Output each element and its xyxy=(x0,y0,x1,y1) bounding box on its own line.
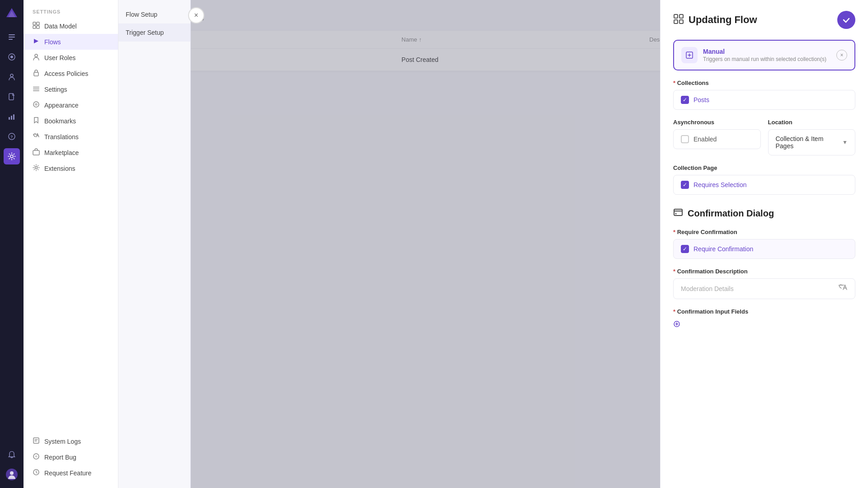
require-confirmation-box[interactable]: ✓ Require Confirmation xyxy=(673,239,855,259)
svg-point-16 xyxy=(10,471,14,475)
svg-rect-3 xyxy=(9,37,15,38)
async-checkbox[interactable] xyxy=(681,135,689,143)
posts-checkbox[interactable]: ✓ xyxy=(681,96,689,104)
collection-page-section: Collection Page ✓ Requires Selection xyxy=(673,164,855,195)
app-logo[interactable] xyxy=(4,5,20,22)
nav-data-icon[interactable] xyxy=(4,49,20,65)
request-feature-icon xyxy=(33,469,40,477)
translate-icon[interactable] xyxy=(839,284,848,293)
collection-name: Posts xyxy=(693,96,709,103)
sidebar-item-user-roles[interactable]: User Roles xyxy=(24,50,118,66)
flows-icon xyxy=(33,38,40,46)
sidebar-item-label: Flows xyxy=(44,38,61,46)
confirmation-desc-placeholder: Moderation Details xyxy=(681,285,734,292)
svg-rect-22 xyxy=(34,72,38,76)
sidebar-item-settings[interactable]: Settings xyxy=(24,81,118,97)
svg-rect-18 xyxy=(37,22,39,25)
sidebar-breadcrumb: Settings xyxy=(24,7,118,18)
trigger-card-title: Manual xyxy=(703,48,831,55)
sidebar-item-request-feature[interactable]: Request Feature xyxy=(24,465,118,481)
overlay: × Flow Setup Trigger Setup xyxy=(118,0,868,488)
nav-content-icon[interactable] xyxy=(4,29,20,45)
report-bug-icon xyxy=(33,453,40,461)
bookmarks-icon xyxy=(33,117,40,125)
nav-docs-icon[interactable]: ? xyxy=(4,128,20,145)
location-dropdown[interactable]: Collection & Item Pages ▼ xyxy=(768,129,856,155)
tab-flow-setup[interactable]: Flow Setup xyxy=(118,5,190,23)
svg-rect-10 xyxy=(11,116,12,120)
sidebar-item-label: Report Bug xyxy=(44,454,76,461)
require-confirmation-block: Require Confirmation ✓ Require Confirmat… xyxy=(673,229,855,259)
svg-point-6 xyxy=(10,56,13,58)
icon-bar: ? xyxy=(0,0,24,488)
trigger-card-close-button[interactable]: × xyxy=(836,50,847,61)
requires-selection-label: Requires Selection xyxy=(693,181,747,188)
confirmation-dialog-title: Confirmation Dialog xyxy=(673,207,855,220)
svg-point-27 xyxy=(35,103,38,106)
sidebar-item-report-bug[interactable]: Report Bug xyxy=(24,449,118,465)
collection-page-label: Collection Page xyxy=(673,164,855,171)
panel-title-text: Updating Flow xyxy=(689,14,757,26)
nav-insights-icon[interactable] xyxy=(4,108,20,125)
sidebar-item-bookmarks[interactable]: Bookmarks xyxy=(24,113,118,129)
svg-rect-28 xyxy=(33,150,39,155)
require-confirmation-checkbox[interactable]: ✓ xyxy=(681,245,689,253)
svg-rect-23 xyxy=(33,87,39,88)
sidebar-item-label: Translations xyxy=(44,133,79,141)
close-button[interactable]: × xyxy=(188,7,204,23)
async-label: Asynchronous xyxy=(673,119,761,126)
svg-point-7 xyxy=(10,74,13,77)
svg-rect-35 xyxy=(679,14,683,18)
confirmation-dialog-section: Confirmation Dialog Require Confirmation… xyxy=(673,207,855,329)
collections-label: Collections xyxy=(673,80,855,86)
sidebar-item-flows[interactable]: Flows xyxy=(24,34,118,50)
access-policies-icon xyxy=(33,69,40,78)
data-model-icon xyxy=(33,22,40,30)
nav-settings-icon[interactable] xyxy=(4,148,20,164)
svg-rect-19 xyxy=(33,26,36,28)
settings-icon xyxy=(33,85,40,94)
sidebar-item-label: Data Model xyxy=(44,23,77,30)
collections-section: Collections ✓ Posts xyxy=(673,80,855,110)
sidebar-item-appearance[interactable]: Appearance xyxy=(24,97,118,113)
trigger-setup-panel: Flow Setup Trigger Setup xyxy=(118,0,191,488)
tab-trigger-setup[interactable]: Trigger Setup xyxy=(118,23,190,42)
trigger-card-icon xyxy=(681,47,698,63)
svg-rect-36 xyxy=(674,20,678,23)
extensions-icon xyxy=(33,164,40,173)
require-confirmation-label: Require Confirmation xyxy=(673,229,855,235)
nav-files-icon[interactable] xyxy=(4,89,20,105)
save-button[interactable] xyxy=(837,11,855,29)
marketplace-icon xyxy=(33,148,40,157)
sidebar-item-system-logs[interactable]: System Logs xyxy=(24,433,118,449)
async-col: Asynchronous Enabled xyxy=(673,119,761,155)
sidebar-item-access-policies[interactable]: Access Policies xyxy=(24,66,118,81)
nav-notifications-icon[interactable] xyxy=(4,446,20,463)
confirmation-desc-label: Confirmation Description xyxy=(673,268,855,275)
confirmation-desc-input[interactable]: Moderation Details xyxy=(673,278,855,299)
collection-page-box[interactable]: ✓ Requires Selection xyxy=(673,175,855,195)
svg-point-40 xyxy=(675,213,677,215)
svg-rect-37 xyxy=(679,20,683,23)
svg-rect-25 xyxy=(33,90,39,91)
sidebar-item-marketplace[interactable]: Marketplace xyxy=(24,145,118,160)
trigger-card[interactable]: Manual Triggers on manual run within sel… xyxy=(673,40,855,70)
sidebar-item-translations[interactable]: Translations xyxy=(24,129,118,145)
svg-rect-30 xyxy=(33,438,39,443)
nav-profile-icon[interactable] xyxy=(4,466,20,483)
sidebar-item-data-model[interactable]: Data Model xyxy=(24,18,118,34)
async-box[interactable]: Enabled xyxy=(673,129,761,149)
collections-box[interactable]: ✓ Posts xyxy=(673,90,855,110)
svg-rect-24 xyxy=(33,89,39,89)
sidebar-item-label: Bookmarks xyxy=(44,117,76,125)
nav-users-icon[interactable] xyxy=(4,69,20,85)
svg-rect-9 xyxy=(9,117,10,120)
confirmation-dialog-icon xyxy=(673,207,683,220)
svg-point-32 xyxy=(35,455,38,458)
sidebar-item-label: Extensions xyxy=(44,165,75,172)
requires-selection-checkbox[interactable]: ✓ xyxy=(681,181,689,189)
async-location-row: Asynchronous Enabled Location Collection… xyxy=(673,119,855,155)
svg-rect-17 xyxy=(33,22,36,25)
sidebar-item-extensions[interactable]: Extensions xyxy=(24,160,118,176)
svg-rect-39 xyxy=(674,209,682,216)
